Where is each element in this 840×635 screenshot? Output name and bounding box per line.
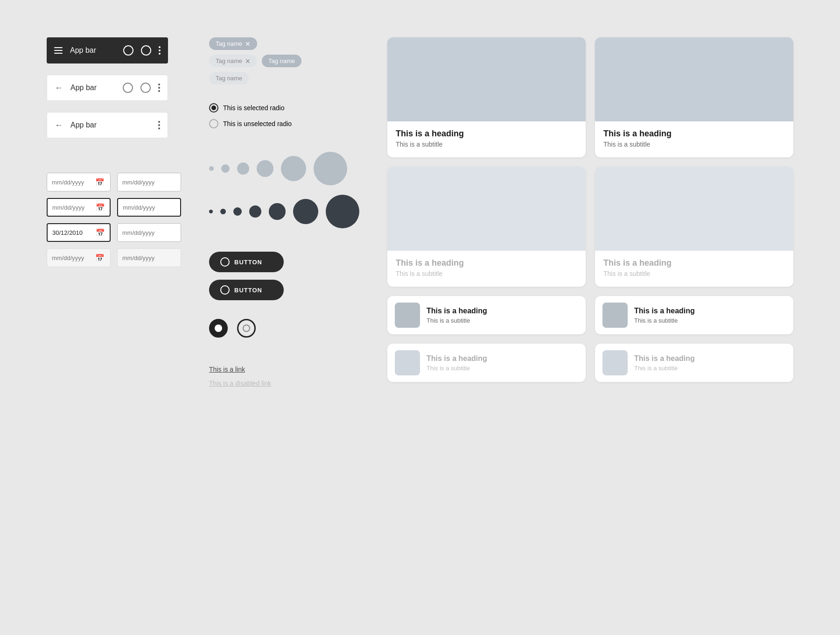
tag-label-2: Tag name [216, 57, 242, 64]
calendar-icon-1[interactable]: 📅 [95, 178, 105, 187]
date-input-5[interactable]: 📅 [47, 223, 111, 242]
more-icon-minimal[interactable] [158, 121, 160, 129]
card-side-text-8: This is a heading This is a subtitle [634, 354, 695, 372]
toggle-filled[interactable] [209, 319, 228, 338]
link-active[interactable]: This is a link [209, 366, 359, 373]
tag-close-1[interactable]: ✕ [245, 41, 251, 47]
appbar-dark-title: App bar [70, 46, 116, 55]
card-side-dark-2[interactable]: This is a heading This is a subtitle [595, 296, 793, 334]
card-image-top-light-2[interactable]: This is a heading This is a subtitle [595, 167, 793, 287]
date-input-5-field[interactable] [52, 229, 92, 236]
card-image-top-light-1[interactable]: This is a heading This is a subtitle [387, 167, 586, 287]
card-subtitle-3: This is a subtitle [396, 270, 577, 277]
tag-close-2[interactable]: ✕ [245, 58, 251, 64]
card-image-4 [595, 167, 793, 251]
card-side-light-2[interactable]: This is a heading This is a subtitle [595, 344, 793, 382]
calendar-icon-3[interactable]: 📅 [96, 203, 105, 212]
back-arrow-icon-2[interactable]: ← [55, 120, 63, 130]
card-side-dark-1[interactable]: This is a heading This is a subtitle [387, 296, 586, 334]
radio-section: This is selected radio This is unselecte… [209, 103, 359, 128]
radio-unselected[interactable]: This is unselected radio [209, 119, 359, 128]
date-input-6[interactable] [117, 223, 181, 242]
card-heading-4: This is a heading [603, 258, 785, 268]
card-side-subtitle-8: This is a subtitle [634, 365, 695, 372]
radio-label-1: This is selected radio [223, 104, 285, 112]
date-input-2-field[interactable] [122, 179, 162, 186]
card-image-top-dark-2[interactable]: This is a heading This is a subtitle [595, 37, 793, 157]
card-heading-3: This is a heading [396, 258, 577, 268]
tag-label-1: Tag name [216, 40, 242, 47]
card-side-subtitle-6: This is a subtitle [634, 317, 695, 324]
appbar-light-back-title: App bar [70, 84, 115, 92]
more-icon-dark[interactable] [159, 46, 161, 55]
tag-active-1[interactable]: Tag name [262, 55, 301, 67]
date-input-4-field[interactable] [123, 204, 162, 211]
tag-active-closable-1[interactable]: Tag name ✕ [209, 37, 257, 50]
tag-inactive-closable-1[interactable]: Tag name ✕ [209, 55, 257, 67]
card-text-1: This is a heading This is a subtitle [387, 121, 586, 157]
date-input-7: 📅 [47, 248, 111, 267]
date-input-4[interactable] [117, 198, 181, 217]
oval-btn-label-2: BUTTON [234, 287, 262, 294]
appbar-circle-icon-1 [123, 45, 133, 56]
tags-section: Tag name ✕ Tag name ✕ Tag name Tag name [209, 37, 302, 85]
radio-label-2: This is unselected radio [223, 120, 292, 127]
date-input-3[interactable]: 📅 [47, 198, 111, 217]
more-icon-light[interactable] [158, 84, 160, 92]
card-side-image-5 [395, 303, 420, 328]
date-input-3-field[interactable] [52, 204, 92, 211]
circle-light-xl [281, 156, 306, 181]
date-input-1[interactable]: 📅 [47, 173, 111, 191]
btn-circle-icon-1 [220, 257, 230, 267]
card-text-2: This is a heading This is a subtitle [595, 121, 793, 157]
circle-dark-xs [220, 209, 226, 214]
card-side-heading-7: This is a heading [427, 354, 487, 363]
date-input-6-field[interactable] [122, 229, 162, 236]
appbar-dark: App bar [47, 37, 168, 64]
card-side-text-6: This is a heading This is a subtitle [634, 307, 695, 324]
oval-button-1[interactable]: BUTTON [209, 252, 284, 272]
toggle-inner-filled [215, 325, 222, 332]
circles-section [209, 152, 359, 228]
links-section: This is a link This is a disabled link [209, 366, 359, 387]
card-side-subtitle-7: This is a subtitle [427, 365, 487, 372]
circle-light-md [237, 162, 249, 175]
card-side-text-7: This is a heading This is a subtitle [427, 354, 487, 372]
hamburger-icon[interactable] [54, 47, 63, 54]
btn-circle-icon-2 [220, 285, 230, 295]
tag-inactive-1[interactable]: Tag name [209, 72, 249, 85]
card-image-top-dark-1[interactable]: This is a heading This is a subtitle [387, 37, 586, 157]
calendar-icon-5[interactable]: 📅 [96, 228, 105, 237]
card-image-3 [387, 167, 586, 251]
circle-dark-sm [233, 207, 242, 216]
circle-light-xs [209, 166, 214, 171]
card-subtitle-4: This is a subtitle [603, 270, 785, 277]
back-arrow-icon[interactable]: ← [55, 83, 63, 93]
radio-selected[interactable]: This is selected radio [209, 103, 359, 113]
toggle-inner-empty [243, 325, 250, 332]
card-side-light-1[interactable]: This is a heading This is a subtitle [387, 344, 586, 382]
circle-light-sm [221, 164, 230, 173]
date-input-1-field[interactable] [52, 179, 91, 186]
cards-col-1: This is a heading This is a subtitle Thi… [387, 37, 586, 387]
appbar-light-minimal: ← App bar [47, 112, 168, 138]
date-input-2[interactable] [117, 173, 181, 191]
appbar-circle-icon-2 [141, 45, 151, 56]
calendar-icon-7: 📅 [95, 254, 105, 262]
oval-button-2[interactable]: BUTTON [209, 280, 284, 300]
card-side-heading-8: This is a heading [634, 354, 695, 363]
appbar-circle-icon-3 [123, 83, 133, 93]
toggle-section [209, 319, 359, 338]
card-text-3: This is a heading This is a subtitle [387, 251, 586, 287]
card-subtitle-1: This is a subtitle [396, 141, 577, 148]
oval-btn-label-1: BUTTON [234, 259, 262, 266]
tag-label-4: Tag name [216, 75, 242, 82]
toggle-empty[interactable] [237, 319, 256, 338]
date-input-7-field [52, 254, 91, 261]
card-image-2 [595, 37, 793, 121]
circle-light-xxl [314, 152, 347, 185]
circle-dark-xl [293, 199, 318, 224]
radio-outer-selected [209, 103, 218, 113]
tag-label-3: Tag name [268, 57, 295, 64]
card-side-text-5: This is a heading This is a subtitle [427, 307, 487, 324]
